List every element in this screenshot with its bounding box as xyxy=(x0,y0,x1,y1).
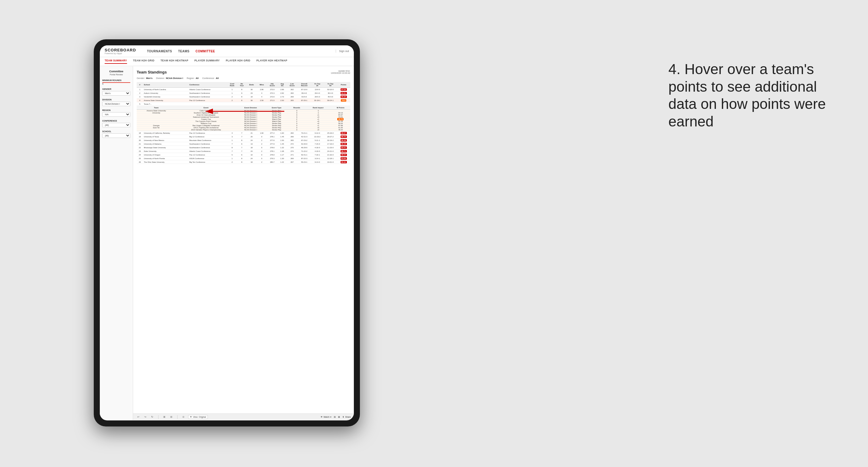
cell-wins: 2 xyxy=(257,142,267,146)
cell-points[interactable]: 88.70 xyxy=(337,135,350,138)
points-badge-active[interactable]: 78.5 xyxy=(341,99,346,102)
tooltip-cell-event-div: NCAA Division I xyxy=(236,127,265,129)
table-row: 5 Texas T... xyxy=(137,102,350,106)
tab-team-h2h-heatmap[interactable]: TEAM H2H HEATMAP xyxy=(161,59,188,64)
points-badge[interactable]: 88.48 xyxy=(341,143,347,145)
cell-bnds: 18 xyxy=(247,160,257,164)
cell-points[interactable]: 88.54 xyxy=(337,153,350,157)
points-badge[interactable]: 88.70 xyxy=(341,135,347,138)
tooltip-cell-rank-impact: +1 xyxy=(306,125,331,127)
sign-out-button[interactable]: Sign out xyxy=(336,50,349,53)
filter-row: Gender: Men's Division: NCAA Division I … xyxy=(137,77,350,80)
tab-player-h2h-heatmap[interactable]: PLAYER H2H HEATMAP xyxy=(256,59,287,64)
cell-no-tour: 8 xyxy=(237,88,247,91)
cell-points[interactable]: 90.20 xyxy=(337,95,350,99)
cell-avg-sg: 1.60 xyxy=(278,131,287,135)
toolbar-action-icon1[interactable]: ⊟ xyxy=(334,416,336,418)
cell-rank: 1 xyxy=(137,88,143,91)
points-badge[interactable]: 80.94 xyxy=(341,161,347,163)
tooltip-cell-event-type: Stroke Play xyxy=(265,129,288,131)
tooltip-cell-event-div: NCAA Division I xyxy=(236,129,265,131)
watch-icon: 👁 xyxy=(320,416,323,418)
min-rounds-slider[interactable] xyxy=(102,82,130,83)
app-header: SCOREBOARD Powered by clippd TOURNAMENTS… xyxy=(100,45,354,57)
cell-avg-sg: 2.50 xyxy=(278,99,287,102)
watch-button[interactable]: 👁 Watch ▾ xyxy=(320,416,332,418)
cell-points[interactable]: 83.41 xyxy=(337,146,350,149)
toolbar-divider xyxy=(177,415,178,419)
gender-select[interactable]: Men's xyxy=(102,91,130,96)
cell-conference xyxy=(188,102,227,106)
cell-points[interactable]: 88.07 xyxy=(337,131,350,135)
info-button[interactable]: ⊙ xyxy=(181,415,186,419)
paste-button[interactable]: ⊟ xyxy=(169,415,174,419)
school-select[interactable]: (All) xyxy=(102,133,130,138)
tooltip-cell-event-div: NCAA Division I xyxy=(236,116,265,118)
tooltip-data-row: The Cypress Point Classic NCAA Division … xyxy=(137,120,350,123)
cell-rank: 2 xyxy=(137,91,143,95)
points-badge[interactable]: 90.20 xyxy=(341,96,347,98)
cell-school: University of Oregon xyxy=(143,153,188,157)
sidebar-section-min-rounds: Minimum Rounds 5 xyxy=(102,79,130,85)
tooltip-cell-w-points: 41.05 xyxy=(331,127,350,129)
tooltip-cell-event: Williams Cup xyxy=(176,123,236,125)
cell-overall-record: 86-4-0 xyxy=(298,91,311,95)
cell-points[interactable]: 88.71 xyxy=(337,149,350,153)
cell-points[interactable]: 88.48 xyxy=(337,142,350,146)
cell-conf-rank: 7 xyxy=(227,142,238,146)
annotation-text: 4. Hover over a team's points to see add… xyxy=(669,61,844,130)
tab-team-summary[interactable]: TEAM SUMMARY xyxy=(105,59,127,64)
undo-button[interactable]: ↩ xyxy=(136,415,141,419)
division-select[interactable]: NCAA Division I xyxy=(102,102,130,106)
cell-avg-sg: 2.73 xyxy=(278,95,287,99)
cell-points[interactable]: 80.94 xyxy=(337,160,350,164)
tab-player-h2h-grid[interactable]: PLAYER H2H GRID xyxy=(226,59,250,64)
table-row: 26 The Ohio State University Big Ten Con… xyxy=(137,160,350,164)
points-badge[interactable]: 83.89 xyxy=(341,157,347,160)
tooltip-cell-rounds: 3 xyxy=(288,123,305,125)
cell-conf-rank: 7 xyxy=(227,149,238,153)
cell-points[interactable]: 88.49 xyxy=(337,138,350,142)
view-original-button[interactable]: 👁 View: Original xyxy=(188,415,208,419)
cell-vs-top25: 7-15-0 xyxy=(311,142,323,146)
cell-overall-record: 42-20-0 xyxy=(298,142,311,146)
conference-select[interactable]: (All) xyxy=(102,123,130,127)
nav-teams[interactable]: TEAMS xyxy=(178,50,190,53)
col-low-score: LowScore xyxy=(286,82,298,88)
points-badge[interactable]: 88.54 xyxy=(341,154,347,156)
points-badge[interactable]: 88.49 xyxy=(341,139,347,142)
cell-points[interactable]: 93.31 xyxy=(337,91,350,95)
tooltip-cell-rounds: 3 xyxy=(288,116,305,118)
tooltip-cell-event-type: Stroke Play xyxy=(265,110,288,112)
tab-team-h2h-grid[interactable]: TEAM H2H GRID xyxy=(133,59,155,64)
share-button[interactable]: ⬆ Share xyxy=(342,416,351,418)
toolbar-action-icon2[interactable]: ⊞ xyxy=(338,416,340,418)
nav-committee[interactable]: COMMITTEE xyxy=(196,50,215,53)
copy-button[interactable]: ⊞ xyxy=(162,415,167,419)
cell-vs-top25: 29-4-0 xyxy=(311,91,323,95)
cell-conference: Atlantic Coast Conference xyxy=(188,149,227,153)
table-row: 21 University of Alabama Southeastern Co… xyxy=(137,142,350,146)
tooltip-cell-rounds: 3 xyxy=(288,125,305,127)
table-row: 1 University of North Carolina Atlantic … xyxy=(137,88,350,91)
points-badge[interactable]: 88.07 xyxy=(341,132,347,134)
nav-tournaments[interactable]: TOURNAMENTS xyxy=(147,50,172,53)
col-points: Points xyxy=(337,82,350,88)
cell-points[interactable]: 78.5 xyxy=(337,99,350,102)
slider-container xyxy=(102,82,130,83)
main-nav: TOURNAMENTS TEAMS COMMITTEE xyxy=(147,50,329,53)
redo-button[interactable]: ↪ xyxy=(143,415,148,419)
points-badge[interactable]: 97.02 xyxy=(341,88,347,91)
points-badge[interactable]: 88.71 xyxy=(341,150,347,152)
cell-vs-top25: 33-19-1 xyxy=(311,99,323,102)
tab-player-summary[interactable]: PLAYER SUMMARY xyxy=(194,59,220,64)
cell-points[interactable]: 83.89 xyxy=(337,157,350,160)
refresh-button[interactable]: ↻ xyxy=(150,415,155,419)
points-badge[interactable]: 93.31 xyxy=(341,92,347,94)
cell-vs-top25: 7-19-1 xyxy=(311,153,323,157)
app-logo: SCOREBOARD xyxy=(105,48,136,52)
tooltip-cell-rank-impact: +0 xyxy=(306,129,331,131)
region-select[interactable]: N/A xyxy=(102,112,130,117)
cell-points[interactable]: 97.02 xyxy=(337,88,350,91)
points-badge[interactable]: 83.41 xyxy=(341,146,347,149)
